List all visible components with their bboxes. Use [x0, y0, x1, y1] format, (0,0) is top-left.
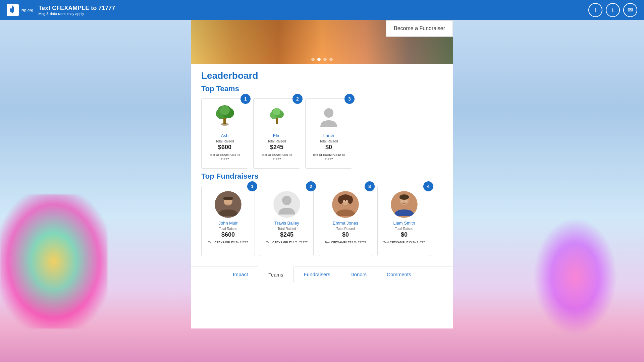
- tab-donors[interactable]: Donors: [340, 266, 377, 283]
- rank-badge-3: 3: [344, 94, 355, 104]
- fundraiser-text-code-john: Text CFEXAMPLE2 To 71777: [208, 240, 248, 245]
- tab-comments[interactable]: Comments: [377, 266, 421, 283]
- silhouette-icon-travis: [273, 191, 300, 218]
- team-raised-label-larch: Total Raised: [319, 139, 338, 143]
- top-teams-row: 1 Ash Total Raised: [201, 98, 443, 169]
- logo-icon: [7, 4, 19, 16]
- fundraiser-card-emma: 3 Emma: [319, 186, 372, 256]
- nav-tabs: Impact Teams Fundraisers Donors Comments: [191, 266, 453, 283]
- leaderboard-title: Leaderboard: [201, 70, 443, 81]
- social-links: f t ✉: [588, 3, 637, 17]
- fundraiser-amount-emma: $0: [342, 231, 349, 238]
- team-raised-label-elm: Total Raised: [267, 139, 286, 143]
- svg-point-21: [347, 196, 353, 204]
- fundraiser-name-liam: Liam Smith: [393, 221, 415, 226]
- team-avatar-larch: [315, 104, 342, 130]
- svg-point-3: [220, 106, 230, 115]
- fundraiser-name-travis: Travis Bailey: [274, 221, 299, 226]
- team-name-larch: Larch: [323, 133, 334, 138]
- content-panel: Become a Fundraiser Leaderboard Top Team…: [191, 20, 453, 328]
- svg-rect-14: [223, 197, 233, 200]
- team-text-code-elm: Text CFEXAMPLE6 To 71777: [257, 153, 297, 161]
- rank-badge-f1: 1: [247, 181, 257, 191]
- hero-dot-2[interactable]: [317, 58, 321, 61]
- fundraiser-card-liam: 4 Liam Smith: [377, 186, 431, 256]
- leaderboard-section: Leaderboard Top Teams 1: [191, 64, 453, 256]
- svg-point-11: [324, 108, 333, 118]
- logo: Np.org: [7, 4, 33, 16]
- sms-sub-text: Msg & data rates may apply: [38, 12, 115, 16]
- svg-point-27: [402, 200, 404, 202]
- top-fundraisers-title: Top Fundraisers: [201, 172, 443, 181]
- rank-badge-2: 2: [292, 94, 303, 104]
- team-avatar-elm: [263, 104, 290, 130]
- logo-text: Np.org: [21, 8, 33, 12]
- team-text-code-ash: Text CFEXAMPLE1 To 71777: [205, 153, 245, 161]
- svg-point-28: [405, 200, 407, 202]
- rank-badge-f2: 2: [306, 181, 316, 191]
- fundraiser-avatar-john: [215, 191, 241, 218]
- team-name-elm: Elm: [273, 133, 280, 138]
- tab-impact[interactable]: Impact: [223, 266, 258, 283]
- email-icon: ✉: [628, 6, 633, 14]
- fundraiser-avatar-travis: [273, 191, 300, 218]
- fundraiser-amount-john: $600: [221, 231, 235, 238]
- fundraiser-card-john: 1 John Muir Total Raised $600: [201, 186, 255, 256]
- team-name-ash: Ash: [221, 133, 228, 138]
- fundraiser-name-john: John Muir: [218, 221, 237, 226]
- email-button[interactable]: ✉: [623, 3, 637, 17]
- fundraiser-amount-liam: $0: [401, 231, 408, 238]
- tab-teams[interactable]: Teams: [258, 266, 293, 283]
- silhouette-icon-larch: [315, 104, 342, 130]
- team-card-larch: 3 Larch Total Raised $0 Text CFEXAMPLE12…: [305, 98, 352, 169]
- top-fundraisers-row: 1 John Muir Total Raised $600: [201, 186, 443, 256]
- tab-fundraisers[interactable]: Fundraisers: [294, 266, 340, 283]
- svg-point-16: [282, 196, 291, 205]
- rank-badge-1: 1: [240, 94, 251, 104]
- fundraiser-avatar-liam: [391, 191, 418, 218]
- become-fundraiser-wrapper: Become a Fundraiser: [386, 20, 453, 37]
- photo-liam: [391, 191, 418, 218]
- fundraiser-raised-label-liam: Total Raised: [395, 227, 413, 231]
- svg-point-5: [221, 123, 229, 126]
- svg-point-9: [273, 108, 280, 115]
- hero-dot-4[interactable]: [329, 58, 333, 61]
- team-raised-label-ash: Total Raised: [215, 139, 234, 143]
- header-sms: Text CFEXAMPLE to 71777 Msg & data rates…: [38, 5, 115, 16]
- team-card-ash: 1 Ash Total Raised: [201, 98, 248, 169]
- hero-dot-1[interactable]: [311, 58, 315, 61]
- main-wrapper: Become a Fundraiser Leaderboard Top Team…: [0, 20, 644, 328]
- fundraiser-name-emma: Emma Jones: [333, 221, 358, 226]
- twitter-icon: t: [612, 7, 613, 14]
- tree-icon-ash: [211, 104, 238, 130]
- become-fundraiser-button[interactable]: Become a Fundraiser: [386, 20, 453, 37]
- team-amount-larch: $0: [325, 144, 332, 151]
- fundraiser-avatar-emma: [332, 191, 359, 218]
- fundraiser-raised-label-john: Total Raised: [219, 227, 237, 231]
- hero-dot-3[interactable]: [323, 58, 327, 61]
- rank-badge-f4: 4: [423, 181, 433, 191]
- photo-emma: [332, 191, 359, 218]
- team-amount-ash: $600: [218, 144, 231, 151]
- team-card-elm: 2 Elm Total Raised $245: [253, 98, 300, 169]
- svg-point-20: [338, 196, 343, 204]
- top-teams-title: Top Teams: [201, 84, 443, 93]
- svg-point-23: [346, 200, 348, 202]
- svg-point-26: [399, 194, 409, 200]
- photo-john: [215, 191, 241, 218]
- sms-main-text: Text CFEXAMPLE to 71777: [38, 5, 115, 12]
- header-left: Np.org Text CFEXAMPLE to 71777 Msg & dat…: [7, 4, 115, 16]
- tree-icon-elm: [263, 104, 290, 130]
- team-text-code-larch: Text CFEXAMPLE12 To 71777: [309, 153, 348, 161]
- svg-point-22: [343, 200, 345, 202]
- fundraiser-card-travis: 2 Travis Bailey Total Raised $245 Text C…: [260, 186, 314, 256]
- twitter-button[interactable]: t: [606, 3, 620, 17]
- facebook-button[interactable]: f: [588, 3, 602, 17]
- svg-rect-10: [276, 118, 278, 124]
- fundraiser-amount-travis: $245: [280, 231, 293, 238]
- fundraiser-raised-label-travis: Total Raised: [277, 227, 296, 231]
- team-avatar-ash: [211, 104, 238, 130]
- rank-badge-f3: 3: [365, 181, 375, 191]
- fundraiser-text-code-emma: Text CFEXAMPLE12 To 71777: [325, 240, 366, 245]
- team-amount-elm: $245: [270, 144, 283, 151]
